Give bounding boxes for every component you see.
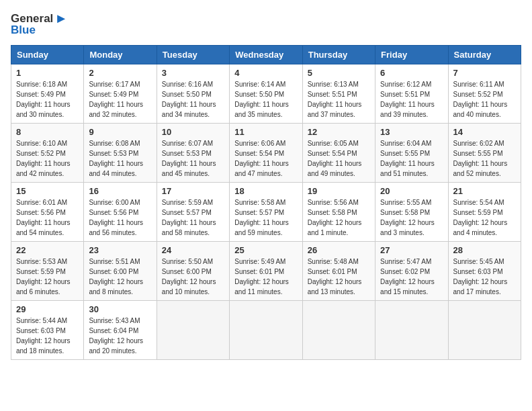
calendar-day-cell: 14Sunrise: 6:02 AMSunset: 5:55 PMDayligh… [448,124,521,183]
day-number: 18 [234,186,297,196]
day-info: Sunrise: 5:43 AMSunset: 6:04 PMDaylight:… [89,316,151,356]
day-number: 7 [453,68,516,78]
day-info: Sunrise: 5:55 AMSunset: 5:58 PMDaylight:… [380,197,443,238]
calendar-day-cell: 27Sunrise: 5:47 AMSunset: 6:02 PMDayligh… [375,242,448,301]
day-info: Sunrise: 5:48 AMSunset: 6:01 PMDaylight:… [308,257,370,297]
calendar-day-cell [375,301,448,360]
day-info: Sunrise: 6:08 AMSunset: 5:53 PMDaylight:… [89,138,151,179]
calendar-day-cell: 5Sunrise: 6:13 AMSunset: 5:51 PMDaylight… [302,64,375,124]
day-number: 11 [234,127,297,137]
day-number: 20 [380,186,443,196]
calendar-day-cell [157,301,229,360]
calendar-day-cell: 6Sunrise: 6:12 AMSunset: 5:51 PMDaylight… [375,64,448,124]
calendar-day-cell: 13Sunrise: 6:04 AMSunset: 5:55 PMDayligh… [375,124,448,183]
day-info: Sunrise: 5:58 AMSunset: 5:57 PMDaylight:… [234,197,297,238]
day-info: Sunrise: 6:05 AMSunset: 5:54 PMDaylight:… [308,138,370,179]
weekday-header-thursday: Thursday [302,46,375,64]
calendar-day-cell: 24Sunrise: 5:50 AMSunset: 6:00 PMDayligh… [157,242,229,301]
day-number: 9 [89,127,151,137]
day-number: 10 [162,127,224,137]
calendar-week-row: 29Sunrise: 5:44 AMSunset: 6:03 PMDayligh… [11,301,521,360]
calendar-day-cell: 19Sunrise: 5:56 AMSunset: 5:58 PMDayligh… [302,183,375,242]
day-info: Sunrise: 6:18 AMSunset: 5:49 PMDaylight:… [16,79,79,120]
day-info: Sunrise: 5:51 AMSunset: 6:00 PMDaylight:… [89,257,151,297]
logo-bird-icon: ► [54,11,68,26]
day-number: 27 [380,245,443,255]
calendar-week-row: 8Sunrise: 6:10 AMSunset: 5:52 PMDaylight… [11,124,521,183]
day-number: 22 [16,245,79,255]
calendar-day-cell: 16Sunrise: 6:00 AMSunset: 5:56 PMDayligh… [84,183,157,242]
day-number: 30 [89,304,151,314]
calendar-week-row: 22Sunrise: 5:53 AMSunset: 5:59 PMDayligh… [11,242,521,301]
day-info: Sunrise: 6:14 AMSunset: 5:50 PMDaylight:… [234,79,297,120]
day-info: Sunrise: 6:10 AMSunset: 5:52 PMDaylight:… [16,138,79,179]
calendar-day-cell: 15Sunrise: 6:01 AMSunset: 5:56 PMDayligh… [11,183,84,242]
day-number: 6 [380,68,443,78]
logo-blue: Blue [11,24,36,37]
day-info: Sunrise: 6:07 AMSunset: 5:53 PMDaylight:… [162,138,224,179]
calendar-day-cell: 10Sunrise: 6:07 AMSunset: 5:53 PMDayligh… [157,124,229,183]
day-number: 17 [162,186,224,196]
calendar-day-cell: 7Sunrise: 6:11 AMSunset: 5:52 PMDaylight… [448,64,521,124]
weekday-header-row: SundayMondayTuesdayWednesdayThursdayFrid… [11,46,521,64]
weekday-header-monday: Monday [84,46,157,64]
day-info: Sunrise: 6:13 AMSunset: 5:51 PMDaylight:… [308,79,370,120]
day-number: 19 [308,186,370,196]
day-info: Sunrise: 5:45 AMSunset: 6:03 PMDaylight:… [453,257,516,297]
day-info: Sunrise: 6:11 AMSunset: 5:52 PMDaylight:… [453,79,516,120]
calendar-day-cell: 23Sunrise: 5:51 AMSunset: 6:00 PMDayligh… [84,242,157,301]
calendar-day-cell: 8Sunrise: 6:10 AMSunset: 5:52 PMDaylight… [11,124,84,183]
calendar-day-cell [230,301,302,360]
day-info: Sunrise: 6:04 AMSunset: 5:55 PMDaylight:… [380,138,443,179]
calendar-day-cell: 22Sunrise: 5:53 AMSunset: 5:59 PMDayligh… [11,242,84,301]
day-number: 21 [453,186,516,196]
calendar-day-cell: 25Sunrise: 5:49 AMSunset: 6:01 PMDayligh… [230,242,302,301]
calendar-day-cell: 12Sunrise: 6:05 AMSunset: 5:54 PMDayligh… [302,124,375,183]
day-info: Sunrise: 6:17 AMSunset: 5:49 PMDaylight:… [89,79,151,120]
day-number: 12 [308,127,370,137]
weekday-header-friday: Friday [375,46,448,64]
calendar-table: SundayMondayTuesdayWednesdayThursdayFrid… [11,45,521,360]
calendar-day-cell: 30Sunrise: 5:43 AMSunset: 6:04 PMDayligh… [84,301,157,360]
day-info: Sunrise: 6:01 AMSunset: 5:56 PMDaylight:… [16,197,79,238]
day-info: Sunrise: 6:00 AMSunset: 5:56 PMDaylight:… [89,197,151,238]
day-number: 3 [162,68,224,78]
calendar-day-cell: 17Sunrise: 5:59 AMSunset: 5:57 PMDayligh… [157,183,229,242]
day-number: 4 [234,68,297,78]
day-number: 23 [89,245,151,255]
calendar-day-cell: 9Sunrise: 6:08 AMSunset: 5:53 PMDaylight… [84,124,157,183]
calendar-day-cell: 2Sunrise: 6:17 AMSunset: 5:49 PMDaylight… [84,64,157,124]
day-number: 5 [308,68,370,78]
weekday-header-saturday: Saturday [448,46,521,64]
page-header: General ► Blue [11,11,521,37]
day-info: Sunrise: 5:49 AMSunset: 6:01 PMDaylight:… [234,257,297,297]
logo: General ► Blue [11,11,68,37]
day-number: 29 [16,304,79,314]
day-info: Sunrise: 6:06 AMSunset: 5:54 PMDaylight:… [234,138,297,179]
calendar-day-cell: 21Sunrise: 5:54 AMSunset: 5:59 PMDayligh… [448,183,521,242]
day-info: Sunrise: 5:56 AMSunset: 5:58 PMDaylight:… [308,197,370,238]
calendar-day-cell: 29Sunrise: 5:44 AMSunset: 6:03 PMDayligh… [11,301,84,360]
day-info: Sunrise: 6:16 AMSunset: 5:50 PMDaylight:… [162,79,224,120]
calendar-day-cell [448,301,521,360]
calendar-week-row: 15Sunrise: 6:01 AMSunset: 5:56 PMDayligh… [11,183,521,242]
calendar-day-cell: 4Sunrise: 6:14 AMSunset: 5:50 PMDaylight… [230,64,302,124]
day-info: Sunrise: 5:53 AMSunset: 5:59 PMDaylight:… [16,257,79,297]
calendar-day-cell [302,301,375,360]
calendar-day-cell: 26Sunrise: 5:48 AMSunset: 6:01 PMDayligh… [302,242,375,301]
day-number: 13 [380,127,443,137]
day-number: 25 [234,245,297,255]
day-info: Sunrise: 5:50 AMSunset: 6:00 PMDaylight:… [162,257,224,297]
weekday-header-wednesday: Wednesday [230,46,302,64]
day-number: 8 [16,127,79,137]
day-info: Sunrise: 5:59 AMSunset: 5:57 PMDaylight:… [162,197,224,238]
day-number: 26 [308,245,370,255]
day-info: Sunrise: 5:47 AMSunset: 6:02 PMDaylight:… [380,257,443,297]
day-number: 2 [89,68,151,78]
calendar-day-cell: 3Sunrise: 6:16 AMSunset: 5:50 PMDaylight… [157,64,229,124]
weekday-header-sunday: Sunday [11,46,84,64]
day-info: Sunrise: 5:54 AMSunset: 5:59 PMDaylight:… [453,197,516,238]
calendar-day-cell: 18Sunrise: 5:58 AMSunset: 5:57 PMDayligh… [230,183,302,242]
day-number: 16 [89,186,151,196]
day-number: 14 [453,127,516,137]
